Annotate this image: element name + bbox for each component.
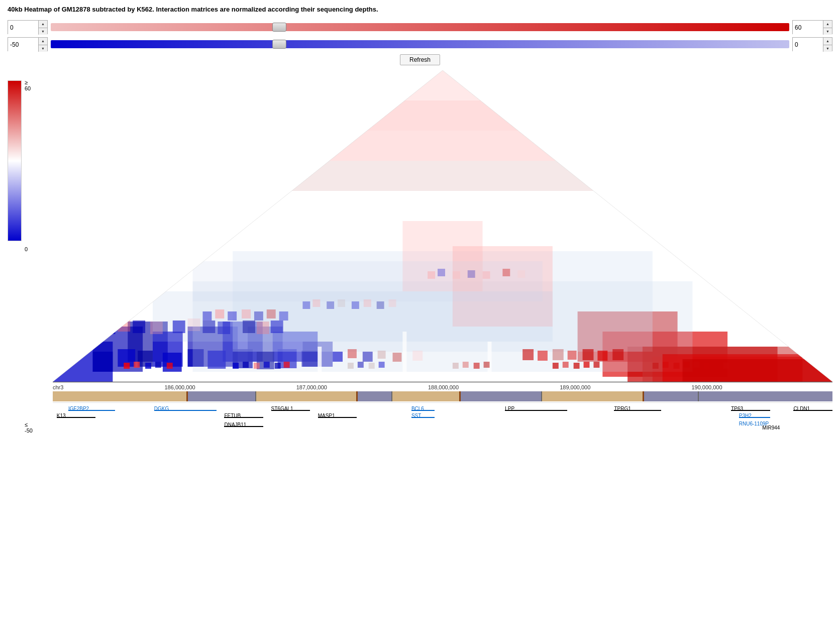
svg-rect-75: [215, 309, 224, 318]
svg-rect-107: [593, 362, 599, 368]
svg-rect-93: [275, 363, 281, 369]
svg-rect-40: [538, 351, 548, 361]
svg-rect-44: [597, 351, 607, 361]
blue-max-input[interactable]: 0: [793, 38, 824, 52]
colorbar: [8, 80, 22, 241]
main-viz: TADs DHSs Genes: [53, 70, 832, 433]
svg-rect-64: [502, 269, 510, 276]
svg-rect-65: [517, 270, 525, 278]
svg-rect-82: [402, 332, 406, 372]
svg-rect-45: [612, 349, 623, 360]
svg-rect-106: [584, 362, 590, 368]
blue-min-spin-down[interactable]: ▼: [39, 45, 47, 52]
svg-rect-105: [574, 363, 580, 369]
svg-rect-69: [338, 299, 345, 307]
blue-max-input-wrap: 0 ▲ ▼: [792, 37, 832, 51]
svg-rect-96: [358, 362, 364, 368]
blue-min-spinners: ▲ ▼: [38, 38, 47, 52]
blue-slider-thumb[interactable]: [272, 40, 286, 49]
red-slider-track[interactable]: [51, 23, 789, 31]
gene-SST-line: [411, 417, 435, 418]
red-min-input[interactable]: 0: [8, 21, 39, 35]
genes-track: K13 IGF2BP2 DGKG FETUB DNAJB11 ST6GAL1: [53, 402, 832, 433]
heatmap-svg: [53, 70, 832, 382]
blue-slider-track[interactable]: [51, 40, 789, 48]
svg-rect-85: [134, 362, 140, 368]
svg-rect-67: [312, 299, 320, 307]
svg-rect-61: [453, 271, 460, 279]
colorbar-label-mid: 0: [25, 246, 28, 252]
svg-rect-48: [133, 321, 145, 333]
svg-rect-97: [369, 363, 375, 369]
svg-rect-35: [363, 352, 373, 362]
tick-190: 190,000,000: [691, 384, 722, 390]
red-max-input[interactable]: 60: [793, 21, 824, 35]
red-min-spinners: ▲ ▼: [38, 21, 47, 35]
svg-rect-43: [583, 349, 594, 360]
red-max-spin-up[interactable]: ▲: [823, 21, 832, 28]
gene-IGF2BP2-line: [68, 410, 115, 411]
blue-slider-row: -50 ▲ ▼ 0 ▲ ▼: [8, 37, 832, 51]
svg-rect-37: [393, 353, 402, 362]
svg-rect-19: [93, 352, 113, 372]
gene-K13-line: [57, 417, 96, 418]
blue-min-spin-up[interactable]: ▲: [39, 38, 47, 45]
svg-rect-94: [284, 362, 290, 368]
svg-rect-76: [228, 311, 237, 321]
tad-track: [53, 391, 832, 401]
svg-rect-62: [468, 270, 475, 278]
svg-rect-73: [389, 299, 396, 307]
svg-rect-104: [563, 362, 569, 368]
tick-189: 189,000,000: [560, 384, 590, 390]
svg-rect-22: [163, 353, 182, 372]
gene-DGKG-line: [154, 410, 217, 411]
chr-label: chr3: [53, 384, 63, 390]
gene-P3H2-line: [739, 417, 770, 418]
svg-rect-36: [378, 351, 386, 359]
colorbar-label-top: ≥ 60: [25, 79, 31, 91]
gene-FETUB-line: [224, 417, 263, 418]
svg-rect-86: [145, 363, 151, 369]
svg-rect-72: [377, 301, 384, 309]
gene-MIR944: MIR944: [762, 425, 780, 431]
svg-rect-66: [302, 301, 310, 309]
svg-rect-102: [484, 362, 490, 368]
svg-rect-77: [242, 309, 251, 318]
svg-rect-88: [167, 363, 173, 369]
tick-188: 188,000,000: [428, 384, 459, 390]
svg-rect-78: [254, 311, 263, 321]
svg-rect-59: [428, 271, 435, 279]
svg-rect-68: [327, 301, 334, 309]
svg-rect-103: [553, 363, 559, 369]
svg-rect-92: [264, 362, 270, 368]
svg-rect-33: [333, 352, 343, 362]
svg-rect-74: [202, 311, 212, 321]
svg-rect-95: [348, 363, 354, 369]
blue-max-spin-down[interactable]: ▼: [823, 45, 832, 52]
svg-rect-84: [124, 363, 130, 369]
svg-rect-38: [412, 351, 423, 361]
svg-rect-80: [279, 311, 288, 321]
colorbar-label-bot: ≤ -50: [25, 421, 33, 434]
gene-LPP-line: [505, 410, 567, 411]
gene-CLDN1-line: [793, 410, 832, 411]
colorbar-wrap: ≥ 60 0 ≤ -50: [8, 80, 48, 433]
blue-max-spin-up[interactable]: ▲: [823, 38, 832, 45]
svg-rect-60: [438, 269, 445, 276]
red-min-spin-down[interactable]: ▼: [39, 28, 47, 35]
gene-TP63-line: [731, 410, 770, 411]
gene-TPRG1-line: [614, 410, 661, 411]
red-slider-row: 0 ▲ ▼ 60 ▲ ▼: [8, 20, 832, 34]
svg-rect-99: [453, 363, 459, 369]
svg-rect-58: [193, 261, 543, 301]
svg-rect-90: [243, 362, 249, 368]
red-max-spinners: ▲ ▼: [823, 21, 832, 35]
red-max-input-wrap: 60 ▲ ▼: [792, 20, 832, 34]
red-slider-thumb[interactable]: [272, 23, 286, 32]
gene-ST6GAL1-line: [271, 410, 310, 411]
svg-rect-42: [568, 351, 577, 360]
blue-min-input[interactable]: -50: [8, 38, 39, 52]
refresh-button[interactable]: Refresh: [400, 54, 440, 65]
red-min-spin-up[interactable]: ▲: [39, 21, 47, 28]
red-max-spin-down[interactable]: ▼: [823, 28, 832, 35]
